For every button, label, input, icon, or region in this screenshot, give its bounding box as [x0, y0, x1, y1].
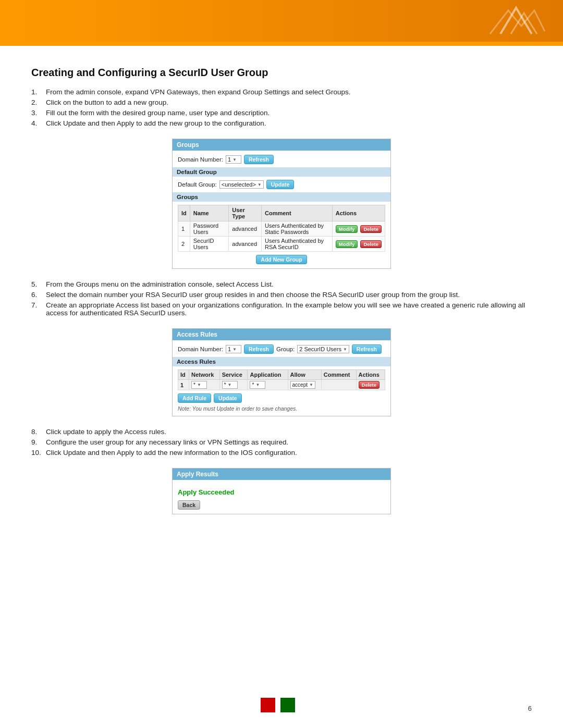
table-row: 2 SecurID Users advanced Users Authentic… — [178, 237, 385, 252]
step-text: Click on the button to add a new group. — [46, 98, 168, 106]
header-stripe — [0, 42, 563, 46]
col-name: Name — [190, 205, 229, 221]
access-rules-panel-header: Access Rules — [173, 329, 390, 340]
cell-actions: Modify Delete — [332, 221, 385, 237]
application-select[interactable]: * — [250, 381, 265, 389]
step-text: From the admin console, expand VPN Gatew… — [46, 88, 351, 96]
add-rule-button[interactable]: Add Rule — [178, 393, 211, 403]
ac-col-id: Id — [178, 370, 189, 380]
network-select[interactable]: * — [191, 381, 207, 389]
col-comment: Comment — [261, 205, 332, 221]
domain-row: Domain Number: 1 Refresh — [178, 155, 385, 164]
access-rules-table: Id Network Service Application Allow Com… — [178, 369, 385, 390]
steps-3-list: 8.Click update to apply the Access rules… — [31, 428, 532, 456]
step-number: 6. — [31, 291, 46, 299]
modify-button[interactable]: Modify — [336, 225, 358, 233]
ac-col-network: Network — [189, 370, 220, 380]
step-text: Click update to apply the Access rules. — [46, 428, 166, 436]
step-item: 4.Click Update and then Apply to add the… — [31, 119, 532, 127]
col-id: Id — [178, 205, 190, 221]
cell-name: SecurID Users — [190, 237, 229, 252]
cell-type: advanced — [229, 221, 262, 237]
step-text: Fill out the form with the desired group… — [46, 109, 270, 117]
ac-cell-application: * — [248, 380, 288, 390]
col-type: User Type — [229, 205, 262, 221]
logo-area — [485, 3, 547, 39]
cell-actions: Modify Delete — [332, 237, 385, 252]
col-actions: Actions — [332, 205, 385, 221]
svg-rect-1 — [280, 698, 295, 712]
update-button-1[interactable]: Update — [266, 180, 295, 189]
step-number: 10. — [31, 449, 46, 456]
delete-button[interactable]: Delete — [360, 225, 382, 233]
ac-cell-service: * — [219, 380, 248, 390]
apply-success-text: Apply Succeeded — [178, 488, 385, 496]
ac-delete-button[interactable]: Delete — [359, 381, 380, 389]
step-text: Click Update and then Apply to add the n… — [46, 119, 266, 127]
back-button[interactable]: Back — [178, 500, 200, 510]
apply-results-body: Apply Succeeded Back — [173, 480, 390, 514]
page-title: Creating and Configuring a SecurID User … — [31, 67, 532, 79]
access-actions-row: Add Rule Update — [178, 393, 385, 403]
apply-results-panel: Apply Results Apply Succeeded Back — [172, 468, 391, 514]
allow-select[interactable]: accept — [290, 381, 315, 389]
cell-name: Password Users — [190, 221, 229, 237]
default-group-header: Default Group — [173, 167, 390, 177]
cell-comment: Users Authenticated by RSA SecurID — [261, 237, 332, 252]
access-refresh-button-1[interactable]: Refresh — [244, 344, 274, 354]
step-number: 4. — [31, 119, 46, 127]
default-group-label: Default Group: — [178, 181, 217, 188]
access-group-select[interactable]: 2 SecurID Users — [297, 345, 349, 353]
step-item: 5.From the Groups menu on the administra… — [31, 280, 532, 288]
svg-rect-0 — [261, 698, 275, 712]
step-item: 6.Select the domain number your RSA Secu… — [31, 291, 532, 299]
access-update-button[interactable]: Update — [214, 393, 242, 403]
footer — [0, 698, 563, 712]
access-domain-label: Domain Number: — [178, 346, 223, 352]
default-group-select[interactable]: <unselected> — [219, 180, 264, 189]
access-rules-panel-wrap: Access Rules Domain Number: 1 Refresh Gr… — [31, 328, 532, 416]
ac-col-application: Application — [248, 370, 288, 380]
domain-label: Domain Number: — [178, 156, 223, 163]
groups-panel-header: Groups — [173, 139, 390, 151]
ac-cell-actions: Delete — [356, 380, 385, 390]
default-group-row: Default Group: <unselected> Update — [178, 180, 385, 189]
ac-col-comment: Comment — [321, 370, 356, 380]
logo-icon — [485, 3, 547, 39]
service-select[interactable]: * — [222, 381, 238, 389]
table-row: 1 * * * accept Delete — [178, 380, 385, 390]
domain-select[interactable]: 1 — [226, 155, 241, 164]
modify-button[interactable]: Modify — [336, 240, 358, 248]
refresh-button-1[interactable]: Refresh — [244, 155, 274, 164]
ac-cell-id: 1 — [178, 380, 189, 390]
step-item: 7.Create an appropriate Access list base… — [31, 301, 532, 317]
step-item: 2.Click on the button to add a new group… — [31, 98, 532, 106]
table-row: 1 Password Users advanced Users Authenti… — [178, 221, 385, 237]
groups-table: Id Name User Type Comment Actions 1 Pass… — [178, 205, 385, 252]
access-rules-panel: Access Rules Domain Number: 1 Refresh Gr… — [172, 328, 391, 416]
step-number: 3. — [31, 109, 46, 117]
add-new-group-button[interactable]: Add New Group — [256, 255, 307, 264]
delete-button[interactable]: Delete — [360, 240, 382, 248]
groups-panel: Groups Domain Number: 1 Refresh Default … — [172, 139, 391, 269]
cell-id: 1 — [178, 221, 190, 237]
step-item: 8.Click update to apply the Access rules… — [31, 428, 532, 436]
access-refresh-button-2[interactable]: Refresh — [352, 344, 382, 354]
step-number: 1. — [31, 88, 46, 96]
add-group-row: Add New Group — [178, 255, 385, 264]
footer-decorations — [261, 698, 302, 712]
step-number: 7. — [31, 301, 46, 317]
access-domain-select[interactable]: 1 — [226, 345, 241, 353]
step-item: 3.Fill out the form with the desired gro… — [31, 109, 532, 117]
access-rules-subheader: Access Rules — [173, 357, 390, 366]
groups-subheader: Groups — [173, 192, 390, 202]
ac-col-actions: Actions — [356, 370, 385, 380]
apply-results-header: Apply Results — [173, 468, 390, 480]
step-item: 10.Click Update and then Apply to add th… — [31, 449, 532, 456]
access-group-label: Group: — [276, 346, 295, 352]
groups-panel-body: Domain Number: 1 Refresh Default Group D… — [173, 151, 390, 268]
header-bar — [0, 0, 563, 42]
step-number: 2. — [31, 98, 46, 106]
access-note: Note: You must Update in order to save c… — [178, 405, 385, 412]
ac-cell-allow: accept — [288, 380, 321, 390]
